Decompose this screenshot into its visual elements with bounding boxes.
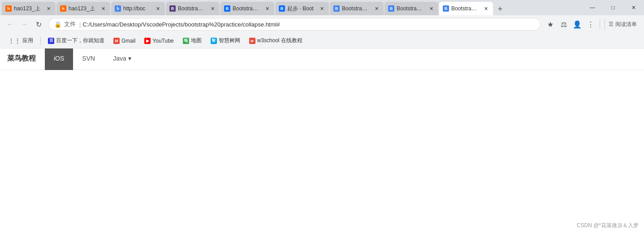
page-nav-label-2: Java (113, 55, 126, 62)
bookmark-item-3[interactable]: 地地图 (179, 35, 205, 46)
bookmark-favicon-0: 百 (48, 38, 54, 44)
bookmarks-bar: ⋮⋮ 应用 百百度一下，你就知道MGmail▶YouTube地地图智智慧树网ww… (0, 33, 644, 48)
tab-favicon-4: B (224, 5, 230, 12)
tab-label-0: hao123_上 (14, 5, 43, 13)
page-nav-dropdown-2: Java▾ (113, 55, 131, 62)
bookmark-favicon-5: w (249, 38, 255, 44)
tab-close-3[interactable]: ✕ (209, 5, 216, 12)
tab-favicon-3: B (169, 5, 176, 12)
main-content (0, 70, 644, 233)
browser-tab-3[interactable]: BBootstra…✕ (166, 2, 220, 15)
tab-label-3: Bootstra… (178, 5, 207, 12)
tab-label-4: Bootstra… (233, 5, 262, 12)
new-tab-button[interactable]: + (494, 3, 506, 15)
window-controls: — □ ✕ (582, 0, 644, 15)
tab-label-5: 起步 · Boot (287, 5, 316, 13)
address-box[interactable]: 🔒 文件 | C:/Users/mac/Desktop/VscodeProjec… (48, 18, 540, 31)
bookmark-item-4[interactable]: 智智慧树网 (207, 35, 244, 46)
tab-favicon-6: B (333, 5, 340, 12)
tab-favicon-5: B (279, 5, 285, 12)
tab-favicon-1: h (60, 5, 66, 12)
maximize-button[interactable]: □ (603, 0, 623, 15)
bookmark-favicon-2: ▶ (144, 38, 151, 44)
forward-button[interactable]: → (18, 18, 30, 31)
bookmark-favicon-4: 智 (211, 38, 217, 44)
tab-close-0[interactable]: ✕ (45, 5, 52, 12)
tab-favicon-2: b (115, 5, 121, 12)
tab-label-7: Bootstra… (397, 5, 426, 12)
toolbar-right: ★ ⚖ 👤 ⋮ ☰ 阅读清单 (544, 18, 640, 31)
tab-close-2[interactable]: ✕ (154, 5, 161, 12)
back-button[interactable]: ← (4, 18, 16, 31)
tab-close-5[interactable]: ✕ (318, 5, 325, 12)
address-path: C:/Users/mac/Desktop/VscodeProjects/boot… (82, 21, 535, 28)
tab-label-6: Bootstra… (342, 5, 371, 12)
page-nav-item-1[interactable]: SVN (73, 48, 104, 70)
tab-favicon-8: B (443, 5, 449, 12)
account-button[interactable]: 👤 (571, 18, 583, 31)
tab-label-1: hao123_上 (69, 5, 98, 13)
bookmark-label-1: Gmail (121, 38, 135, 44)
tab-label-2: http://boc (123, 5, 152, 12)
bookmark-item-5[interactable]: ww3school 在线教程 (246, 35, 306, 46)
browser-tab-7[interactable]: BBootstra…✕ (385, 2, 438, 15)
address-separator: | (79, 21, 81, 28)
page-nav-item-2[interactable]: Java▾ (104, 48, 140, 70)
watermark: CSDN @*花落微凉＆入梦 (577, 222, 639, 229)
extensions-button[interactable]: ⚖ (558, 18, 570, 31)
tab-close-8[interactable]: ✕ (482, 5, 489, 12)
tab-close-4[interactable]: ✕ (264, 5, 271, 12)
file-label: 文件 (64, 20, 76, 28)
title-bar: hhao123_上✕hhao123_上✕bhttp://boc✕BBootstr… (0, 0, 644, 15)
minimize-button[interactable]: — (582, 0, 603, 15)
bookmarks-divider (40, 36, 41, 45)
bookmark-star-button[interactable]: ★ (544, 18, 557, 31)
tab-close-7[interactable]: ✕ (428, 5, 435, 12)
reading-mode-button[interactable]: ☰ 阅读清单 (605, 18, 640, 31)
lock-icon: 🔒 (54, 21, 61, 28)
browser-tab-5[interactable]: B起步 · Boot✕ (275, 2, 329, 15)
apps-button[interactable]: ⋮⋮ 应用 (4, 35, 37, 46)
bookmark-label-0: 百度一下，你就知道 (56, 37, 104, 44)
close-button[interactable]: ✕ (623, 0, 644, 15)
browser-tab-6[interactable]: BBootstra…✕ (330, 2, 384, 15)
tab-close-6[interactable]: ✕ (373, 5, 380, 12)
address-bar-row: ← → ↻ 🔒 文件 | C:/Users/mac/Desktop/Vscode… (0, 15, 644, 33)
tab-favicon-0: h (5, 5, 12, 12)
page-nav-brand[interactable]: 菜鸟教程 (7, 48, 45, 70)
toolbar-divider (600, 20, 600, 29)
bookmark-item-0[interactable]: 百百度一下，你就知道 (44, 35, 108, 46)
reading-list-icon: ☰ (609, 21, 614, 27)
bookmark-label-3: 地图 (191, 37, 202, 44)
bookmark-label-4: 智慧树网 (219, 37, 240, 44)
tabs-container: hhao123_上✕hhao123_上✕bhttp://boc✕BBootstr… (2, 2, 642, 15)
browser-tab-4[interactable]: BBootstra…✕ (220, 2, 274, 15)
tab-favicon-7: B (388, 5, 394, 12)
browser-tab-2[interactable]: bhttp://boc✕ (111, 2, 165, 15)
tab-close-1[interactable]: ✕ (99, 5, 107, 12)
reload-button[interactable]: ↻ (32, 18, 45, 31)
tab-label-8: Bootstra… (451, 5, 480, 12)
bookmark-label-5: w3school 在线教程 (257, 37, 303, 44)
bookmark-label-2: YouTube (152, 38, 173, 44)
browser-tab-8[interactable]: BBootstra…✕ (439, 2, 493, 15)
apps-label: 应用 (22, 37, 33, 44)
dropdown-arrow-icon-2: ▾ (128, 55, 131, 62)
bookmark-favicon-3: 地 (183, 38, 189, 44)
page-nav-item-0[interactable]: iOS (45, 48, 73, 70)
browser-tab-0[interactable]: hhao123_上✕ (2, 2, 56, 15)
browser-tab-1[interactable]: hhao123_上✕ (56, 2, 110, 15)
menu-button[interactable]: ⋮ (584, 18, 597, 31)
bookmark-item-1[interactable]: MGmail (110, 36, 139, 45)
bookmark-item-2[interactable]: ▶YouTube (141, 36, 177, 45)
page-nav: 菜鸟教程iOSSVNJava▾ (0, 48, 644, 70)
apps-grid-icon: ⋮⋮ (8, 37, 21, 44)
bookmark-favicon-1: M (113, 38, 120, 44)
reading-mode-label: 阅读清单 (615, 21, 637, 28)
